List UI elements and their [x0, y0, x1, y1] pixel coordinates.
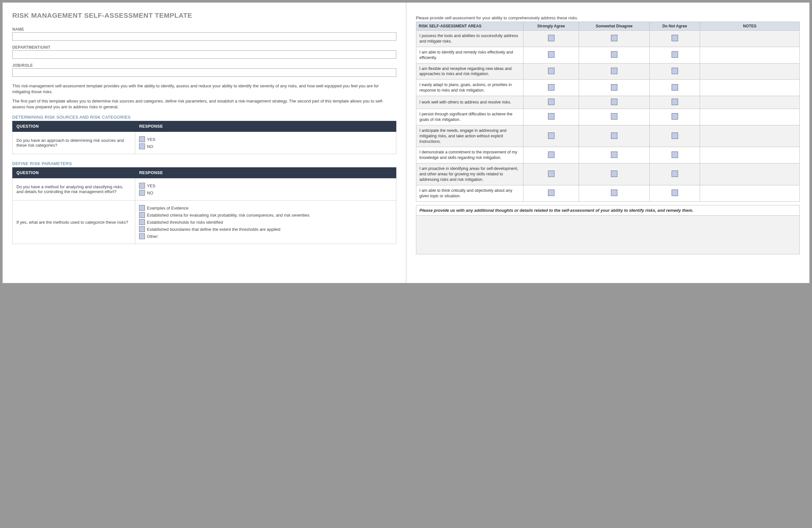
section2-opt0-checkbox[interactable]: [139, 205, 145, 211]
assessment-area-text: I demonstrate a commitment to the improv…: [416, 147, 523, 163]
assessment-area-text: I anticipate the needs, engage in addres…: [416, 125, 523, 147]
strongly-agree-checkbox[interactable]: [548, 170, 554, 177]
assessment-notes-cell[interactable]: [700, 31, 800, 47]
assessment-row: I persist through significant difficulti…: [416, 109, 800, 125]
somewhat-disagree-checkbox[interactable]: [611, 113, 618, 120]
somewhat-disagree-checkbox[interactable]: [611, 35, 618, 41]
left-column: RISK MANAGEMENT SELF-ASSESSMENT TEMPLATE…: [3, 3, 406, 283]
assessment-area-text: I persist through significant difficulti…: [416, 109, 523, 125]
strongly-agree-checkbox[interactable]: [548, 84, 554, 91]
strongly-agree-checkbox[interactable]: [548, 190, 554, 196]
strongly-agree-checkbox[interactable]: [548, 151, 554, 158]
intro-p2: The first part of this template allows y…: [12, 98, 396, 110]
assessment-row: I am flexible and receptive regarding ne…: [416, 63, 800, 80]
assess-col-area: RISK SELF-ASSESSMENT AREAS: [416, 22, 523, 31]
do-not-agree-checkbox[interactable]: [672, 113, 678, 120]
do-not-agree-checkbox[interactable]: [672, 99, 678, 105]
do-not-agree-checkbox[interactable]: [672, 68, 678, 74]
section1-r1: YES NO: [135, 132, 396, 154]
section2-opt3-checkbox[interactable]: [139, 226, 145, 232]
assessment-notes-cell[interactable]: [700, 163, 800, 185]
assessment-table: RISK SELF-ASSESSMENT AREAS Strongly Agre…: [416, 21, 800, 202]
section2-heading: DEFINE RISK PARAMETERS: [12, 161, 396, 166]
somewhat-disagree-checkbox[interactable]: [611, 133, 618, 139]
assessment-row: I am able to think critically and object…: [416, 185, 800, 201]
do-not-agree-checkbox[interactable]: [672, 151, 678, 158]
section2-opt3-label: Established boundaries that define the e…: [147, 227, 280, 232]
section2-opt4-label: Other:: [147, 234, 158, 239]
assessment-notes-cell[interactable]: [700, 109, 800, 125]
section1-col-response: RESPONSE: [135, 121, 396, 132]
section1-yes-checkbox[interactable]: [139, 136, 145, 142]
section2-no-checkbox[interactable]: [139, 190, 145, 196]
assessment-row: I work well with others to address and r…: [416, 96, 800, 109]
section2-opt1-label: Established criteria for evaluating risk…: [147, 213, 309, 217]
section1-table: QUESTION RESPONSE Do you have an approac…: [12, 121, 396, 154]
assessment-notes-cell[interactable]: [700, 63, 800, 80]
page-title: RISK MANAGEMENT SELF-ASSESSMENT TEMPLATE: [12, 12, 396, 19]
name-label: NAME: [12, 27, 396, 32]
section1-no-label: NO: [147, 144, 153, 149]
dept-input[interactable]: [12, 50, 396, 59]
assessment-area-text: I am proactive in identifying areas for …: [416, 163, 523, 185]
somewhat-disagree-checkbox[interactable]: [611, 190, 618, 196]
section2-opt4-checkbox[interactable]: [139, 233, 145, 239]
right-column: Please provide self-assessment for your …: [406, 3, 810, 283]
do-not-agree-checkbox[interactable]: [672, 190, 678, 196]
section2-opt0-label: Examples of Evidence: [147, 206, 188, 211]
section1-yes-label: YES: [147, 137, 155, 142]
assessment-notes-cell[interactable]: [700, 96, 800, 109]
somewhat-disagree-checkbox[interactable]: [611, 84, 618, 91]
assessment-notes-cell[interactable]: [700, 185, 800, 201]
section2-col-question: QUESTION: [13, 168, 135, 178]
assess-col-somewhat-disagree: Somewhat Disagree: [579, 22, 649, 31]
section2-opt2-label: Established thresholds for risks identif…: [147, 220, 223, 225]
section1-heading: DETERMINING RISK SOURCES AND RISK CATEGO…: [12, 115, 396, 120]
do-not-agree-checkbox[interactable]: [672, 133, 678, 139]
section2-opt1-checkbox[interactable]: [139, 212, 145, 218]
assessment-area-text: I possess the tools and abilities to suc…: [416, 31, 523, 47]
name-input[interactable]: [12, 32, 396, 41]
somewhat-disagree-checkbox[interactable]: [611, 170, 618, 177]
assessment-notes-cell[interactable]: [700, 80, 800, 96]
do-not-agree-checkbox[interactable]: [672, 51, 678, 58]
do-not-agree-checkbox[interactable]: [672, 35, 678, 41]
assessment-row: I easily adapt to plans, goals, actions,…: [416, 80, 800, 96]
assessment-notes-cell[interactable]: [700, 125, 800, 147]
somewhat-disagree-checkbox[interactable]: [611, 68, 618, 74]
section2-opt2-checkbox[interactable]: [139, 219, 145, 225]
somewhat-disagree-checkbox[interactable]: [611, 99, 618, 105]
assessment-area-text: I am able to think critically and object…: [416, 185, 523, 201]
role-input[interactable]: [12, 68, 396, 77]
strongly-agree-checkbox[interactable]: [548, 35, 554, 41]
section2-q1: Do you have a method for analyzing and c…: [13, 178, 135, 200]
assessment-notes-cell[interactable]: [700, 147, 800, 163]
assess-col-strongly-agree: Strongly Agree: [523, 22, 579, 31]
do-not-agree-checkbox[interactable]: [672, 170, 678, 177]
intro-text: This risk-management self-assessment tem…: [12, 83, 396, 110]
strongly-agree-checkbox[interactable]: [548, 51, 554, 58]
section2-yes-checkbox[interactable]: [139, 183, 145, 188]
intro-p1: This risk-management self-assessment tem…: [12, 83, 396, 94]
section2-q2: If yes, what are the methods used to cat…: [13, 200, 135, 244]
strongly-agree-checkbox[interactable]: [548, 133, 554, 139]
assessment-area-text: I am flexible and receptive regarding ne…: [416, 63, 523, 80]
strongly-agree-checkbox[interactable]: [548, 113, 554, 120]
somewhat-disagree-checkbox[interactable]: [611, 51, 618, 58]
assessment-area-text: I am able to identify and remedy risks e…: [416, 47, 523, 63]
page: RISK MANAGEMENT SELF-ASSESSMENT TEMPLATE…: [3, 3, 809, 283]
strongly-agree-checkbox[interactable]: [548, 99, 554, 105]
assess-col-notes: NOTES: [700, 22, 800, 31]
assessment-area-text: I easily adapt to plans, goals, actions,…: [416, 80, 523, 96]
strongly-agree-checkbox[interactable]: [548, 68, 554, 74]
section2-r2: Examples of Evidence Established criteri…: [135, 200, 396, 244]
assessment-row: I demonstrate a commitment to the improv…: [416, 147, 800, 163]
section1-col-question: QUESTION: [13, 121, 135, 132]
do-not-agree-checkbox[interactable]: [672, 84, 678, 91]
somewhat-disagree-checkbox[interactable]: [611, 151, 618, 158]
assessment-notes-cell[interactable]: [700, 47, 800, 63]
feedback-heading: Please provide us with any additional th…: [416, 205, 800, 216]
section2-r1: YES NO: [135, 178, 396, 200]
section1-no-checkbox[interactable]: [139, 144, 145, 149]
feedback-textarea[interactable]: [416, 216, 800, 254]
